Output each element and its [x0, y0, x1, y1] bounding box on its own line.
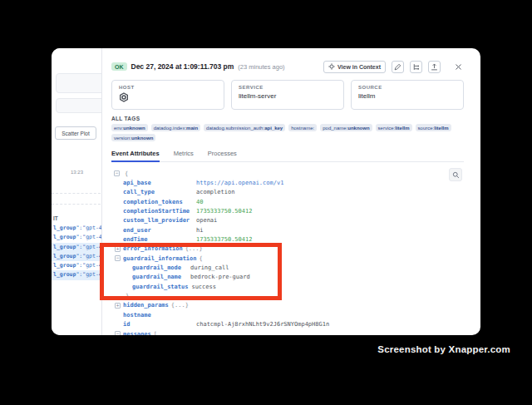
background-log-row[interactable]: l_group":"gpt-4o [52, 243, 101, 252]
attribute-key: hidden_params [123, 302, 169, 309]
chart-gridline [52, 204, 101, 205]
table-column-header: IT [53, 215, 58, 221]
all-tags-label: ALL TAGS [111, 116, 464, 121]
tree-row[interactable]: −guardrail_information{ [111, 254, 464, 263]
search-attributes-button[interactable] [449, 168, 462, 181]
attribute-value: chatcmpl-Aj8rxhNLht9v2J6rSNYOmp4pH8G1n [196, 321, 329, 328]
tab-event-attributes[interactable]: Event Attributes [111, 146, 160, 162]
meta-boxes: HOST SERVICE litellm-server SOURCE litel… [111, 80, 464, 110]
background-field [56, 98, 101, 113]
tag-pill[interactable]: source:litellm [416, 124, 451, 131]
scope-icon [328, 63, 335, 70]
tag-pill[interactable]: pod_name:unknown [320, 124, 372, 131]
tree-row[interactable]: +hidden_params{...} [111, 301, 464, 310]
background-log-row[interactable]: l_group":"gpt-4o [52, 233, 101, 242]
attribute-value[interactable]: https://api.openai.com/v1 [196, 180, 283, 186]
tree-row[interactable]: call_typeacompletion [111, 188, 464, 197]
tree-row[interactable]: api_basehttps://api.openai.com/v1 [111, 178, 464, 187]
punctuation: [ [154, 331, 157, 335]
tree-row[interactable]: −{ [111, 169, 464, 178]
tag-pill[interactable]: service:litellm [376, 124, 412, 131]
tree-row[interactable]: guardrail_namebedrock-pre-guard [111, 273, 464, 282]
tree-row[interactable]: end_userhi [111, 225, 464, 235]
attribute-key: completion_tokens [123, 199, 193, 205]
source-label: SOURCE [358, 85, 456, 90]
background-log-row[interactable]: l_group":"gpt-4o [52, 252, 101, 261]
expand-icon[interactable]: + [115, 246, 121, 252]
event-timestamp: Dec 27, 2024 at 1:09:11.703 pm [131, 62, 234, 71]
tag-pill[interactable]: hostname: [288, 124, 317, 131]
tabs: Event AttributesMetricsProcesses [111, 146, 464, 162]
punctuation: { [125, 170, 128, 177]
close-button[interactable] [452, 61, 464, 72]
attribute-key: completionStartTime [123, 208, 193, 215]
tab-processes[interactable]: Processes [208, 146, 237, 161]
attribute-key: hostname [123, 312, 193, 319]
relative-time: (23 minutes ago) [238, 63, 284, 71]
attribute-key: guardrail_status [132, 284, 188, 290]
edit-button[interactable] [392, 61, 404, 73]
tree-row[interactable]: } [111, 291, 464, 300]
tab-metrics[interactable]: Metrics [174, 146, 194, 161]
source-box[interactable]: SOURCE litellm [351, 80, 464, 110]
attribute-value: success [191, 284, 216, 290]
tag-pill[interactable]: datadog.index:main [151, 124, 200, 131]
punctuation: {...} [185, 245, 203, 252]
view-in-context-button[interactable]: View in Context [323, 61, 386, 73]
view-in-context-label: View in Context [337, 64, 381, 70]
tree-row[interactable]: guardrail_modeduring_call [111, 263, 464, 272]
punctuation: } [126, 293, 129, 299]
tree-row[interactable]: hostname [111, 310, 464, 319]
expand-icon[interactable]: + [115, 303, 121, 309]
background-page: Scatter Plot 13:23 IT l_group":"gpt-4ol_… [52, 48, 101, 335]
event-detail-panel: OK Dec 27, 2024 at 1:09:11.703 pm (23 mi… [101, 48, 480, 335]
export-button[interactable] [428, 61, 441, 73]
attribute-key: api_base [123, 180, 193, 186]
host-box[interactable]: HOST [111, 80, 224, 110]
background-log-row[interactable]: l_group":"gpt-4o [52, 224, 101, 233]
attribute-key: messages [123, 331, 151, 335]
close-icon [455, 63, 462, 71]
tree-row[interactable]: guardrail_statussuccess [111, 282, 464, 291]
service-box[interactable]: SERVICE litellm-server [231, 80, 344, 110]
screenshot-stage: Scatter Plot 13:23 IT l_group":"gpt-4ol_… [0, 0, 532, 405]
attribute-key: end_user [123, 227, 193, 234]
attribute-key: error_information [123, 245, 183, 252]
watermark: Screenshot by Xnapper.com [377, 344, 510, 354]
collapse-icon[interactable]: − [115, 331, 121, 335]
tree-row[interactable]: completion_tokens40 [111, 197, 464, 206]
service-value: litellm-server [239, 92, 337, 100]
attribute-value: hi [196, 227, 203, 234]
background-log-row[interactable]: l_group":"gpt-4o [52, 261, 101, 270]
x-axis-tick: 13:23 [71, 170, 83, 175]
attribute-key: id [123, 321, 193, 328]
related-traces-button[interactable] [410, 61, 422, 73]
tag-pill[interactable]: version:unknown [111, 134, 155, 141]
punctuation: { [200, 255, 203, 262]
tag-pill[interactable]: env:unknown [111, 124, 148, 131]
tree-row[interactable]: idchatcmpl-Aj8rxhNLht9v2J6rSNYOmp4pH8G1n [111, 320, 464, 329]
tag-pill[interactable]: datadog.submission_auth:api_key [204, 124, 285, 131]
scatter-plot-button[interactable]: Scatter Plot [55, 126, 96, 140]
background-field [56, 73, 101, 93]
attribute-value: bedrock-pre-guard [190, 274, 250, 280]
export-icon [431, 63, 438, 71]
tree-row[interactable]: −messages[ [111, 329, 464, 335]
tree-row[interactable]: +error_information{...} [111, 244, 464, 254]
search-icon [452, 171, 460, 179]
attribute-key: custom_llm_provider [123, 217, 193, 224]
tree-row[interactable]: completionStartTime1735333750.50412 [111, 206, 464, 215]
pencil-icon [394, 63, 401, 71]
event-details-window: Scatter Plot 13:23 IT l_group":"gpt-4ol_… [52, 48, 480, 335]
tree-row[interactable]: custom_llm_provideropenai [111, 216, 464, 225]
tree-row[interactable]: endTime1735333750.50412 [111, 235, 464, 244]
background-log-row[interactable]: l_group":"gpt-4o [52, 270, 101, 279]
collapse-icon[interactable]: − [114, 170, 120, 176]
collapse-icon[interactable]: − [115, 255, 121, 261]
attribute-key: guardrail_information [123, 255, 197, 262]
attribute-key: guardrail_mode [132, 264, 187, 271]
all-tags-section: ALL TAGS env:unknowndatadog.index:mainda… [111, 116, 464, 141]
attribute-value: 1735333750.50412 [196, 236, 252, 243]
attribute-value: openai [196, 217, 217, 224]
service-label: SERVICE [239, 85, 337, 90]
